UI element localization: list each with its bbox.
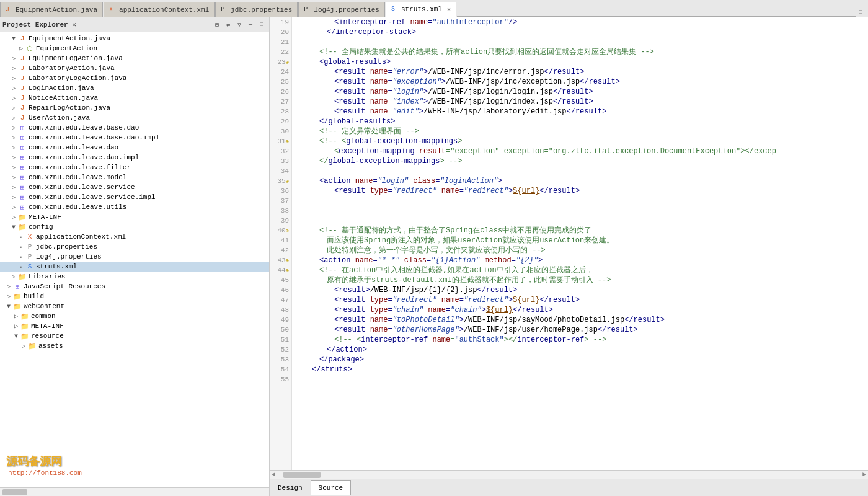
list-item[interactable]: ▷ J LaboratoryAction.java <box>0 63 269 73</box>
list-item[interactable]: ▷ ⊞ com.xznu.edu.leave.filter <box>0 162 269 172</box>
code-line: </package> <box>297 355 863 365</box>
code-line <box>297 216 863 226</box>
list-item[interactable]: ▼ J EquipmentAction.java <box>0 33 269 43</box>
tree-label: applicationContext.xml <box>36 233 126 241</box>
list-item[interactable]: ▷ ⊞ com.xznu.edu.leave.base.dao <box>0 123 269 133</box>
list-item[interactable]: ▷ ⬡ EquipmentAction <box>0 43 269 53</box>
java-file-icon: J <box>17 84 27 92</box>
class-icon: ⬡ <box>25 44 35 53</box>
package-icon: ⊞ <box>17 203 27 211</box>
tab-label: jdbc.properties <box>231 6 292 14</box>
editor-bottom-tabs: Design Source <box>270 479 868 496</box>
arrow-icon: ▷ <box>10 134 17 141</box>
maximize-btn-icon[interactable]: □ <box>257 20 267 30</box>
code-line: </action> <box>297 345 863 355</box>
list-item[interactable]: ▼ 📁 resource <box>0 331 269 341</box>
tab-source[interactable]: Source <box>311 480 352 495</box>
tab-struts[interactable]: S struts.xml ✕ <box>386 2 456 17</box>
code-line: <result type="redirect" name="redirect">… <box>297 186 863 196</box>
arrow-icon: ▪ <box>17 264 25 270</box>
code-line: <result name="otherHomePage">/WEB-INF/js… <box>297 325 863 335</box>
tab-design[interactable]: Design <box>270 480 311 495</box>
list-item[interactable]: ▷ ⊞ com.xznu.edu.leave.base.dao.impl <box>0 133 269 143</box>
list-item[interactable]: ▷ 📁 build <box>0 291 269 301</box>
arrow-icon: ▷ <box>10 193 17 201</box>
arrow-icon: ▷ <box>12 312 20 320</box>
xml-file-icon: X <box>25 232 35 241</box>
tab-equipment-action[interactable]: J EquipmentAction.java <box>0 2 103 17</box>
collapse-icon[interactable]: ⊟ <box>212 20 222 30</box>
list-item[interactable]: ▪ P jdbc.properties <box>0 242 269 252</box>
list-item[interactable]: ▷ 📁 assets <box>0 341 269 351</box>
code-line: <result type="redirect" name="redirect">… <box>297 295 863 305</box>
arrow-icon: ▷ <box>10 124 17 131</box>
explorer-scroll[interactable] <box>0 487 269 496</box>
list-item[interactable]: ▷ ⊞ com.xznu.edu.leave.service <box>0 182 269 192</box>
arrow-icon: ▷ <box>10 94 17 102</box>
list-item[interactable]: ▷ ⊞ com.xznu.edu.leave.utils <box>0 202 269 212</box>
list-item[interactable]: ▼ 📁 config <box>0 222 269 232</box>
tree-label: META-INF <box>31 322 64 330</box>
list-item[interactable]: ▷ J RepairLogAction.java <box>0 103 269 113</box>
list-item[interactable]: ▷ ⊞ com.xznu.edu.leave.dao.impl <box>0 153 269 162</box>
list-item[interactable]: ▷ 📁 META-INF <box>0 321 269 331</box>
code-line: </global-exception-mappings> --> <box>297 156 863 166</box>
props-file-icon: P <box>25 242 35 251</box>
scroll-right-icon[interactable]: ► <box>861 471 868 478</box>
menu-icon[interactable]: ▽ <box>234 20 244 30</box>
tree-label: LaboratoryAction.java <box>29 64 115 72</box>
list-item[interactable]: ▼ 📁 WebContent <box>0 301 269 311</box>
list-item[interactable]: ▷ 📁 Libraries <box>0 272 269 281</box>
list-item[interactable]: ▪ X applicationContext.xml <box>0 232 269 242</box>
list-item[interactable]: ▷ J LaboratoryLogAction.java <box>0 73 269 83</box>
maximize-icon[interactable]: □ <box>856 7 866 17</box>
arrow-icon: ▷ <box>12 322 20 330</box>
close-icon[interactable]: ✕ <box>447 6 451 13</box>
tree-label: struts.xml <box>36 263 77 270</box>
code-line <box>297 374 863 384</box>
list-item[interactable]: ▷ ⊞ com.xznu.edu.leave.service.impl <box>0 192 269 202</box>
folder-icon: 📁 <box>27 342 37 350</box>
watermark-line1: 源码备源网 <box>6 454 84 469</box>
package-icon: ⊞ <box>17 123 27 132</box>
tree-label: EquipmentAction.java <box>29 35 110 42</box>
code-line <box>297 196 863 206</box>
list-item[interactable]: ▷ J UserAction.java <box>0 113 269 123</box>
list-item[interactable]: ▷ J EquipmentLogAction.java <box>0 53 269 63</box>
design-tab-label: Design <box>278 484 303 492</box>
horizontal-scrollbar[interactable]: ◄ ► <box>270 470 868 479</box>
list-item[interactable]: ▷ ⊞ com.xznu.edu.leave.model <box>0 172 269 182</box>
code-line <box>297 166 863 176</box>
list-item[interactable]: ▷ ⊞ com.xznu.edu.leave.dao <box>0 143 269 153</box>
list-item[interactable]: ▷ 📁 common <box>0 311 269 321</box>
arrow-icon: ▷ <box>5 283 12 290</box>
code-line: <result name="login">/WEB-INF/jsp/login/… <box>297 87 863 97</box>
explorer-body: ▼ J EquipmentAction.java ▷ ⬡ EquipmentAc… <box>0 32 269 487</box>
list-item[interactable]: ▷ 📁 META-INF <box>0 212 269 222</box>
scroll-thumb[interactable] <box>283 472 321 478</box>
code-line: <!-- <global-exception-mappings> <box>297 136 863 146</box>
tree-label: EquipmentLogAction.java <box>29 55 123 62</box>
list-item[interactable]: ▷ ⊞ JavaScript Resources <box>0 281 269 291</box>
tree-label: UserAction.java <box>29 114 90 122</box>
tree-label: EquipmentAction <box>36 45 97 52</box>
folder-icon: 📁 <box>12 292 22 301</box>
arrow-icon: ▷ <box>10 203 17 211</box>
tab-log4j[interactable]: P log4j.properties <box>298 2 385 17</box>
package-icon: ⊞ <box>17 183 27 192</box>
code-area[interactable]: 19 20 21 22 23⊕ 24 25 26 27 28 29 30 31⊕… <box>270 17 868 470</box>
arrow-icon: ▷ <box>10 55 17 62</box>
list-item[interactable]: ▷ J NoticeAction.java <box>0 93 269 103</box>
arrow-icon: ▷ <box>10 104 17 112</box>
list-item[interactable]: ▷ J LoginAction.java <box>0 83 269 93</box>
link-icon[interactable]: ⇌ <box>223 20 233 30</box>
list-item[interactable]: ▪ P log4j.properties <box>0 252 269 262</box>
tab-appcontext[interactable]: X applicationContext.xml <box>104 2 215 17</box>
code-line: <!-- 定义异常处理界面 --> <box>297 126 863 136</box>
tab-jdbc[interactable]: P jdbc.properties <box>215 2 298 17</box>
scroll-left-icon[interactable]: ◄ <box>270 471 277 478</box>
tab-label: EquipmentAction.java <box>16 6 97 14</box>
minimize-icon[interactable]: — <box>246 20 255 30</box>
tree-label: com.xznu.edu.leave.dao <box>29 144 118 151</box>
list-item[interactable]: ▪ S struts.xml <box>0 262 269 272</box>
